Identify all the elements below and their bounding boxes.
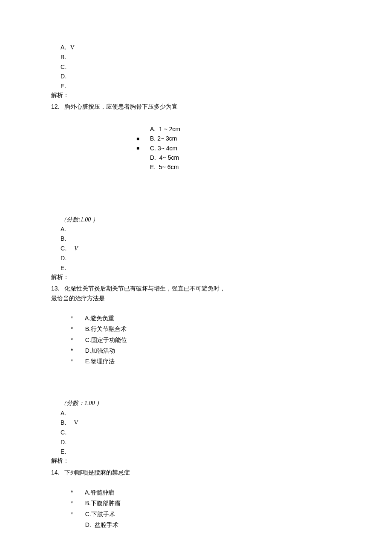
q13-ans-d: D. <box>51 437 341 447</box>
q12-opt-a: A. 1 ~ 2cm <box>136 124 341 134</box>
q11-ans-c: C. <box>51 62 341 72</box>
q11-ans-d: D. <box>51 72 341 81</box>
q13-analysis-label: 解析： <box>51 456 341 466</box>
q14-opt-d: D. 盆腔手术 <box>71 520 341 530</box>
q12-ans-a: A. <box>51 224 341 234</box>
q11-analysis-label: 解析： <box>51 91 341 100</box>
q12-opt-b: ■B. 2~ 3cm <box>136 134 341 143</box>
q13-stem-line2: 最恰当的治疗方法是 <box>51 293 341 303</box>
q12-ans-c: C. V <box>51 244 341 253</box>
q14-opt-a: * A.脊髓肿瘤 <box>71 487 341 498</box>
q13-options: * A.避免负重 * B.行关节融合术 * C.固定于功能位 * D.加强活动 … <box>71 313 341 367</box>
q14-opt-c: * C.下肢手术 <box>71 509 341 520</box>
q11-ans-b: B. <box>51 52 341 62</box>
q13-opt-b: * B.行关节融合术 <box>71 324 341 334</box>
q14-opt-b: * B.下腹部肿瘤 <box>71 498 341 509</box>
q13-ans-e: E. <box>51 447 341 456</box>
q13-ans-c: C. <box>51 428 341 437</box>
q12-ans-d: D. <box>51 253 341 263</box>
q11-ans-a: A. V <box>51 43 341 52</box>
q13-score: （分数：1.00 ） <box>51 398 341 408</box>
q11-ans-e: E. <box>51 81 341 91</box>
page: A. V B. C. D. E. 解析： 12. 胸外心脏按压，应使患者胸骨下压… <box>0 0 392 555</box>
q13-opt-c: * C.固定于功能位 <box>71 335 341 345</box>
q14-stem: 14. 下列哪项是腰麻的禁忌症 <box>51 468 341 477</box>
q13-ans-a: A. <box>51 408 341 418</box>
q12-ans-e: E. <box>51 263 341 273</box>
q13-opt-e: * E.物理疗法 <box>71 356 341 367</box>
q14-options: * A.脊髓肿瘤 * B.下腹部肿瘤 * C.下肢手术 D. 盆腔手术 <box>71 487 341 530</box>
q13-ans-b: B. V <box>51 418 341 428</box>
q12-score: （分数:1.00 ） <box>51 215 341 224</box>
q12-opt-e: E. 5~ 6cm <box>136 162 341 172</box>
q12-analysis-label: 解析： <box>51 273 341 282</box>
q12-opt-c: ■C. 3~ 4cm <box>136 144 341 153</box>
q13-opt-a: * A.避免负重 <box>71 313 341 324</box>
q13-stem: 13. 化脓性关节炎后期关节已有破坏与增生，强直已不可避免时， <box>51 284 341 293</box>
q12-opt-d: D. 4~ 5cm <box>136 153 341 162</box>
q12-options: A. 1 ~ 2cm ■B. 2~ 3cm ■C. 3~ 4cm D. 4~ 5… <box>136 124 341 172</box>
q12-stem: 12. 胸外心脏按压，应使患者胸骨下压多少为宜 <box>51 102 341 111</box>
q12-ans-b: B. <box>51 234 341 243</box>
q13-opt-d: * D.加强活动 <box>71 345 341 356</box>
